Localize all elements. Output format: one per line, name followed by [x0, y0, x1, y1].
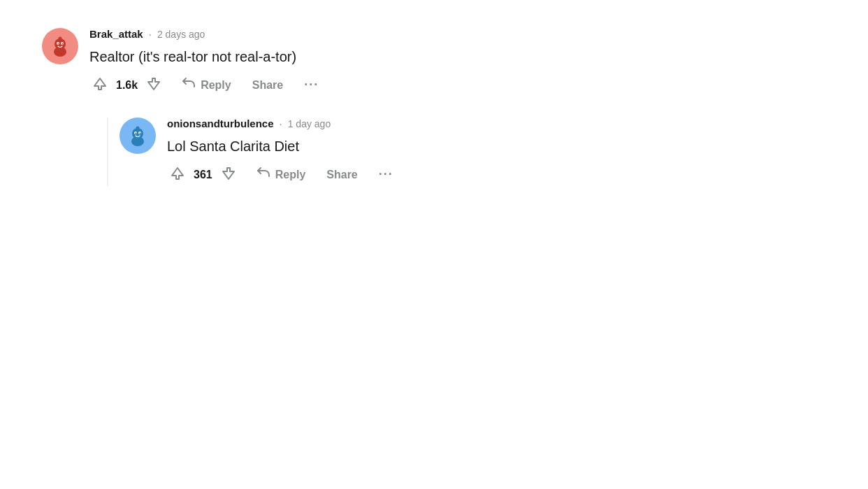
vote-group: 1.6k [89, 73, 164, 97]
downvote-icon [221, 166, 236, 183]
upvote-icon [92, 76, 108, 94]
reply-icon [256, 166, 271, 183]
more-button[interactable]: ··· [300, 75, 323, 95]
username: onionsandturbulence [167, 118, 274, 129]
upvote-button[interactable] [167, 163, 188, 186]
thread-line [107, 118, 108, 186]
svg-point-16 [136, 133, 137, 134]
avatar [120, 118, 156, 154]
reply-icon [181, 76, 196, 94]
svg-point-8 [62, 43, 64, 45]
svg-point-12 [136, 127, 140, 130]
svg-point-17 [140, 133, 141, 134]
share-label: Share [326, 169, 357, 181]
comments-container: Brak_attak · 2 days ago Realtor (it's re… [42, 28, 826, 186]
reply-button[interactable]: Reply [177, 73, 236, 97]
comment-header: onionsandturbulence · 1 day ago [167, 118, 398, 129]
comment-text: Realtor (it's real-tor not real-a-tor) [89, 47, 323, 66]
comment-body: Brak_attak · 2 days ago Realtor (it's re… [89, 28, 323, 97]
share-button[interactable]: Share [322, 166, 361, 184]
downvote-button[interactable] [143, 73, 164, 97]
username: Brak_attak [89, 28, 143, 40]
reply-button[interactable]: Reply [252, 163, 310, 186]
downvote-button[interactable] [218, 163, 239, 186]
nested-comment: onionsandturbulence · 1 day ago Lol Sant… [120, 118, 398, 186]
comment-row: Brak_attak · 2 days ago Realtor (it's re… [42, 28, 826, 97]
share-label: Share [252, 79, 283, 92]
more-label: ··· [379, 167, 393, 181]
reply-label: Reply [201, 79, 231, 92]
downvote-icon [146, 76, 161, 94]
share-button[interactable]: Share [248, 76, 287, 94]
reply-label: Reply [275, 169, 306, 181]
svg-point-7 [58, 43, 59, 45]
comment-actions: 361 [167, 163, 398, 186]
timestamp: 2 days ago [157, 29, 205, 40]
comment-actions: 1.6k [89, 73, 323, 97]
vote-count: 361 [194, 169, 212, 181]
comment-body: onionsandturbulence · 1 day ago Lol Sant… [167, 118, 398, 186]
timestamp: 1 day ago [288, 118, 331, 129]
more-button[interactable]: ··· [375, 164, 398, 185]
vote-count: 1.6k [116, 79, 138, 92]
vote-group: 361 [167, 163, 239, 186]
more-label: ··· [304, 78, 319, 92]
thread-wrapper: onionsandturbulence · 1 day ago Lol Sant… [42, 118, 826, 186]
comment-text: Lol Santa Clarita Diet [167, 136, 398, 156]
svg-point-3 [59, 37, 62, 41]
upvote-button[interactable] [89, 73, 110, 97]
avatar [42, 28, 78, 64]
comment-row: onionsandturbulence · 1 day ago Lol Sant… [120, 118, 398, 186]
upvote-icon [170, 166, 185, 183]
comment-header: Brak_attak · 2 days ago [89, 28, 323, 40]
